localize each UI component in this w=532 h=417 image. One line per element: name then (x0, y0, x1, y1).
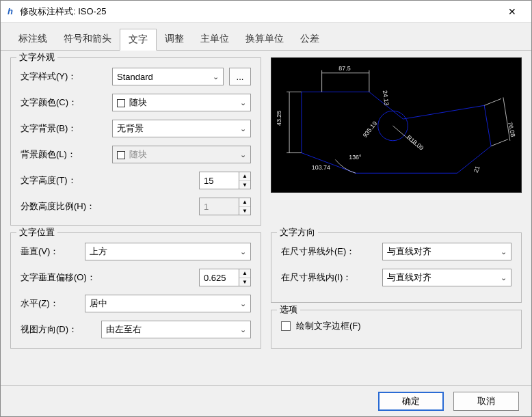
bg-color-select: 随块 ⌄ (112, 146, 251, 163)
chevron-down-icon: ⌄ (240, 98, 246, 107)
outside-ext-label: 在尺寸界线外(E)： (281, 245, 377, 258)
group-text-position: 文字位置 垂直(V)： 上方 ⌄ 文字垂直偏移(O)： ▲▼ 水平(Z)： (10, 232, 261, 349)
chevron-down-icon: ⌄ (501, 273, 507, 282)
draw-text-frame-label: 绘制文字边框(F) (296, 320, 361, 332)
text-height-label: 文字高度(T)： (21, 174, 107, 187)
spin-up-icon: ▲ (239, 198, 250, 207)
draw-text-frame-checkbox[interactable] (281, 321, 291, 331)
group-options: 选项 绘制文字边框(F) (271, 310, 522, 349)
outside-ext-select[interactable]: 与直线对齐 ⌄ (382, 243, 511, 260)
preview-panel: 87.5 43.25 24.13 76.08 935.19 R18.09 103… (271, 57, 522, 226)
vertical-select[interactable]: 上方 ⌄ (85, 243, 251, 260)
inside-ext-label: 在尺寸界线内(I)： (281, 271, 377, 284)
svg-point-1 (378, 111, 408, 141)
text-color-select[interactable]: 随块 ⌄ (112, 94, 251, 111)
tab-dimlines[interactable]: 标注线 (10, 29, 55, 51)
horizontal-label: 水平(Z)： (21, 297, 79, 310)
text-style-browse-button[interactable]: ... (229, 68, 251, 85)
svg-text:935.19: 935.19 (362, 120, 379, 139)
group-text-direction: 文字方向 在尺寸界线外(E)： 与直线对齐 ⌄ 在尺寸界线内(I)： 与直线对齐… (271, 232, 522, 303)
text-height-spinner[interactable]: ▲▼ (199, 172, 251, 189)
text-bg-select[interactable]: 无背景 ⌄ (112, 120, 251, 137)
spin-up-icon[interactable]: ▲ (239, 172, 250, 181)
tab-primary-units[interactable]: 主单位 (192, 29, 237, 51)
bg-color-label: 背景颜色(L)： (21, 148, 107, 161)
text-height-input[interactable] (199, 172, 239, 189)
group-title: 文字位置 (16, 226, 57, 239)
vertical-offset-input[interactable] (199, 269, 239, 286)
text-style-label: 文字样式(Y)： (21, 70, 107, 83)
tab-alt-units[interactable]: 换算单位 (237, 29, 292, 51)
view-direction-label: 视图方向(D)： (21, 323, 96, 336)
text-style-select[interactable]: Standard ⌄ (112, 68, 224, 85)
text-style-value: Standard (117, 72, 153, 82)
view-direction-value: 由左至右 (106, 323, 142, 336)
cancel-button[interactable]: 取消 (453, 392, 519, 411)
title-bar: h 修改标注样式: ISO-25 ✕ (1, 1, 531, 23)
ok-button[interactable]: 确定 (378, 392, 444, 411)
vertical-offset-label: 文字垂直偏移(O)： (21, 271, 123, 284)
tab-tolerances[interactable]: 公差 (292, 29, 328, 51)
svg-line-9 (491, 139, 508, 146)
tab-text[interactable]: 文字 (120, 29, 157, 51)
chevron-down-icon: ⌄ (240, 325, 246, 334)
svg-text:136°: 136° (349, 154, 362, 161)
chevron-down-icon: ⌄ (240, 124, 246, 133)
group-text-appearance: 文字外观 文字样式(Y)： Standard ⌄ ... 文字颜色(C)： 随块… (10, 57, 261, 226)
text-color-value: 随块 (129, 97, 147, 107)
horizontal-value: 居中 (90, 297, 107, 310)
fraction-height-input (199, 198, 239, 215)
text-bg-label: 文字背景(B)： (21, 122, 107, 135)
fraction-height-spinner: ▲▼ (199, 198, 251, 215)
spin-down-icon[interactable]: ▼ (239, 181, 250, 189)
app-icon: h (5, 6, 16, 17)
horizontal-select[interactable]: 居中 ⌄ (85, 295, 251, 312)
chevron-down-icon: ⌄ (240, 299, 246, 308)
fraction-height-label: 分数高度比例(H)： (21, 200, 107, 213)
chevron-down-icon: ⌄ (213, 72, 219, 81)
dialog-window: h 修改标注样式: ISO-25 ✕ 标注线 符号和箭头 文字 调整 主单位 换… (0, 0, 532, 417)
text-color-label: 文字颜色(C)： (21, 96, 107, 109)
svg-marker-0 (302, 92, 491, 173)
window-title: 修改标注样式: ISO-25 (20, 5, 497, 18)
tab-fit[interactable]: 调整 (157, 29, 192, 51)
svg-line-8 (484, 98, 501, 105)
vertical-value: 上方 (90, 245, 107, 258)
chevron-down-icon: ⌄ (501, 247, 507, 256)
inside-ext-value: 与直线对齐 (387, 271, 431, 284)
svg-text:43.25: 43.25 (276, 111, 282, 126)
bg-color-value: 随块 (129, 149, 147, 159)
outside-ext-value: 与直线对齐 (387, 245, 431, 258)
vertical-label: 垂直(V)： (21, 245, 79, 258)
inside-ext-select[interactable]: 与直线对齐 ⌄ (382, 269, 511, 286)
svg-text:21: 21 (473, 165, 481, 174)
dialog-footer: 确定 取消 (1, 385, 531, 416)
svg-text:87.5: 87.5 (338, 65, 350, 72)
chevron-down-icon: ⌄ (240, 150, 246, 159)
group-title: 选项 (277, 304, 300, 316)
tab-symbols-arrows[interactable]: 符号和箭头 (55, 29, 120, 51)
spin-down-icon[interactable]: ▼ (239, 278, 250, 286)
color-swatch-icon (117, 99, 125, 107)
svg-text:R18.09: R18.09 (405, 134, 425, 152)
group-title: 文字外观 (16, 51, 57, 64)
chevron-down-icon: ⌄ (240, 247, 246, 256)
view-direction-select[interactable]: 由左至右 ⌄ (101, 321, 251, 338)
svg-text:76.08: 76.08 (507, 121, 516, 137)
svg-text:103.74: 103.74 (312, 164, 330, 171)
svg-line-10 (503, 97, 510, 140)
group-title: 文字方向 (277, 226, 318, 239)
dimension-preview: 87.5 43.25 24.13 76.08 935.19 R18.09 103… (271, 57, 522, 193)
spin-up-icon[interactable]: ▲ (239, 269, 250, 278)
tab-strip: 标注线 符号和箭头 文字 调整 主单位 换算单位 公差 (1, 23, 531, 51)
close-button[interactable]: ✕ (497, 1, 527, 22)
color-swatch-icon (117, 151, 125, 159)
vertical-offset-spinner[interactable]: ▲▼ (199, 269, 251, 286)
text-bg-value: 无背景 (117, 122, 144, 135)
svg-text:24.13: 24.13 (382, 90, 390, 105)
spin-down-icon: ▼ (239, 207, 250, 215)
